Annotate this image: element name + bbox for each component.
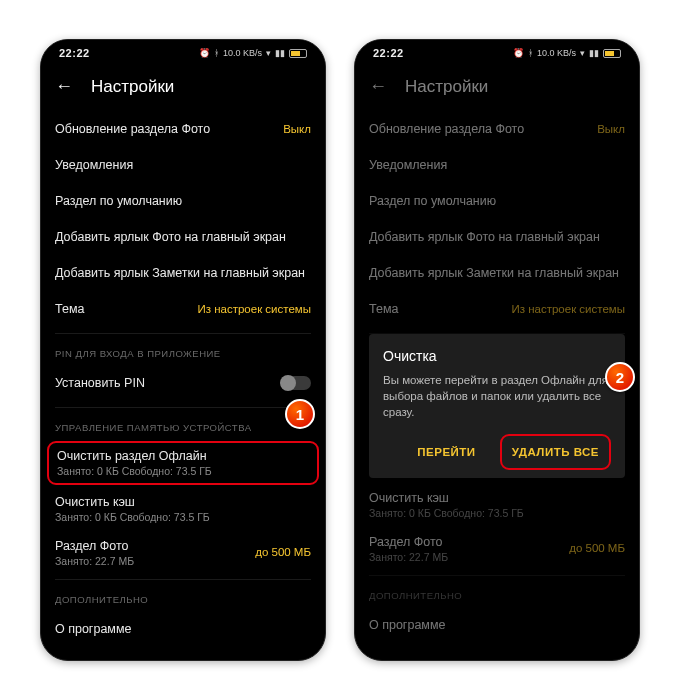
storage-title: Очистить раздел Офлайн xyxy=(57,449,309,463)
setting-label: Добавить ярлык Фото на главный экран xyxy=(55,230,286,244)
section-pin-heading: PIN ДЛЯ ВХОДА В ПРИЛОЖЕНИЕ xyxy=(55,333,311,365)
signal-icon: ▮▮ xyxy=(275,48,285,58)
net-speed: 10.0 KB/s xyxy=(223,48,262,58)
setting-value: Выкл xyxy=(283,123,311,135)
setting-theme[interactable]: Тема Из настроек системы xyxy=(55,291,311,327)
setting-photo-shortcut[interactable]: Добавить ярлык Фото на главный экран xyxy=(55,219,311,255)
storage-subtitle: Занято: 0 КБ Свободно: 73.5 ГБ xyxy=(369,507,625,519)
bt-icon: ᚼ xyxy=(528,48,533,58)
status-icons: ⏰ ᚼ 10.0 KB/s ▾ ▮▮ xyxy=(199,48,307,58)
setting-label: Обновление раздела Фото xyxy=(55,122,210,136)
storage-title: Очистить кэш xyxy=(55,495,311,509)
storage-title: Раздел Фото xyxy=(55,539,134,553)
wifi-icon: ▾ xyxy=(266,48,271,58)
wifi-icon: ▾ xyxy=(580,48,585,58)
setting-label: Добавить ярлык Заметки на главный экран xyxy=(369,266,619,280)
dialog-text: Вы можете перейти в раздел Офлайн для вы… xyxy=(383,372,611,420)
setting-value: Выкл xyxy=(597,123,625,135)
status-bar: 22:22 ⏰ ᚼ 10.0 KB/s ▾ ▮▮ xyxy=(41,40,325,66)
storage-subtitle: Занято: 22.7 МБ xyxy=(369,551,448,563)
page-title: Настройки xyxy=(91,77,174,97)
setting-photo-shortcut[interactable]: Добавить ярлык Фото на главный экран xyxy=(369,219,625,255)
setting-photo-update[interactable]: Обновление раздела Фото Выкл xyxy=(55,111,311,147)
phone-screenshot-2: 22:22 ⏰ ᚼ 10.0 KB/s ▾ ▮▮ ← Настройки Обн… xyxy=(354,39,640,661)
setting-notifications[interactable]: Уведомления xyxy=(55,147,311,183)
storage-clear-cache[interactable]: Очистить кэш Занято: 0 КБ Свободно: 73.5… xyxy=(55,487,311,531)
back-icon[interactable]: ← xyxy=(369,76,387,97)
status-time: 22:22 xyxy=(373,47,404,59)
battery-icon xyxy=(603,49,621,58)
setting-label: Раздел по умолчанию xyxy=(369,194,496,208)
storage-title: Раздел Фото xyxy=(369,535,448,549)
pin-toggle[interactable] xyxy=(281,376,311,390)
setting-label: Добавить ярлык Фото на главный экран xyxy=(369,230,600,244)
storage-subtitle: Занято: 22.7 МБ xyxy=(55,555,134,567)
storage-photo-section[interactable]: Раздел Фото Занято: 22.7 МБ до 500 МБ xyxy=(55,531,311,573)
setting-default-section[interactable]: Раздел по умолчанию xyxy=(369,183,625,219)
setting-notes-shortcut[interactable]: Добавить ярлык Заметки на главный экран xyxy=(55,255,311,291)
storage-clear-offline[interactable]: Очистить раздел Офлайн Занято: 0 КБ Своб… xyxy=(57,449,309,477)
status-time: 22:22 xyxy=(59,47,90,59)
alarm-icon: ⏰ xyxy=(513,48,524,58)
page-title: Настройки xyxy=(405,77,488,97)
setting-value: Из настроек системы xyxy=(197,303,311,315)
setting-about[interactable]: О программе xyxy=(369,607,625,643)
phone-screenshot-1: 22:22 ⏰ ᚼ 10.0 KB/s ▾ ▮▮ ← Настройки Обн… xyxy=(40,39,326,661)
status-bar: 22:22 ⏰ ᚼ 10.0 KB/s ▾ ▮▮ xyxy=(355,40,639,66)
back-icon[interactable]: ← xyxy=(55,76,73,97)
bt-icon: ᚼ xyxy=(214,48,219,58)
app-header: ← Настройки xyxy=(41,66,325,111)
section-extra-heading: ДОПОЛНИТЕЛЬНО xyxy=(369,575,625,607)
highlight-clear-offline: Очистить раздел Офлайн Занято: 0 КБ Своб… xyxy=(47,441,319,485)
callout-1: 1 xyxy=(285,399,315,429)
dialog-delete-all-button[interactable]: УДАЛИТЬ ВСЕ xyxy=(510,440,601,464)
setting-notes-shortcut[interactable]: Добавить ярлык Заметки на главный экран xyxy=(369,255,625,291)
dialog-go-button[interactable]: ПЕРЕЙТИ xyxy=(415,434,477,470)
setting-label: О программе xyxy=(55,622,131,636)
storage-photo-section[interactable]: Раздел Фото Занято: 22.7 МБ до 500 МБ xyxy=(369,527,625,569)
storage-value: до 500 МБ xyxy=(569,542,625,554)
net-speed: 10.0 KB/s xyxy=(537,48,576,58)
setting-label: Уведомления xyxy=(369,158,447,172)
setting-theme[interactable]: Тема Из настроек системы xyxy=(369,291,625,327)
setting-label: О программе xyxy=(369,618,445,632)
setting-label: Тема xyxy=(369,302,398,316)
signal-icon: ▮▮ xyxy=(589,48,599,58)
setting-set-pin[interactable]: Установить PIN xyxy=(55,365,311,401)
setting-value: Из настроек системы xyxy=(511,303,625,315)
storage-value: до 500 МБ xyxy=(255,546,311,558)
setting-label: Добавить ярлык Заметки на главный экран xyxy=(55,266,305,280)
setting-about[interactable]: О программе xyxy=(55,611,311,647)
alarm-icon: ⏰ xyxy=(199,48,210,58)
callout-2: 2 xyxy=(605,362,635,392)
cleanup-dialog: Очистка Вы можете перейти в раздел Офлай… xyxy=(369,334,625,478)
storage-title: Очистить кэш xyxy=(369,491,625,505)
dialog-title: Очистка xyxy=(383,348,611,364)
setting-default-section[interactable]: Раздел по умолчанию xyxy=(55,183,311,219)
storage-subtitle: Занято: 0 КБ Свободно: 73.5 ГБ xyxy=(57,465,309,477)
setting-label: Тема xyxy=(55,302,84,316)
battery-icon xyxy=(289,49,307,58)
section-extra-heading: ДОПОЛНИТЕЛЬНО xyxy=(55,579,311,611)
setting-photo-update[interactable]: Обновление раздела Фото Выкл xyxy=(369,111,625,147)
setting-label: Уведомления xyxy=(55,158,133,172)
setting-label: Раздел по умолчанию xyxy=(55,194,182,208)
highlight-delete-all: УДАЛИТЬ ВСЕ xyxy=(500,434,611,470)
setting-label: Установить PIN xyxy=(55,376,145,390)
setting-label: Обновление раздела Фото xyxy=(369,122,524,136)
section-storage-heading: УПРАВЛЕНИЕ ПАМЯТЬЮ УСТРОЙСТВА xyxy=(55,407,311,439)
status-icons: ⏰ ᚼ 10.0 KB/s ▾ ▮▮ xyxy=(513,48,621,58)
storage-clear-cache[interactable]: Очистить кэш Занято: 0 КБ Свободно: 73.5… xyxy=(369,483,625,527)
setting-notifications[interactable]: Уведомления xyxy=(369,147,625,183)
app-header: ← Настройки xyxy=(355,66,639,111)
storage-subtitle: Занято: 0 КБ Свободно: 73.5 ГБ xyxy=(55,511,311,523)
